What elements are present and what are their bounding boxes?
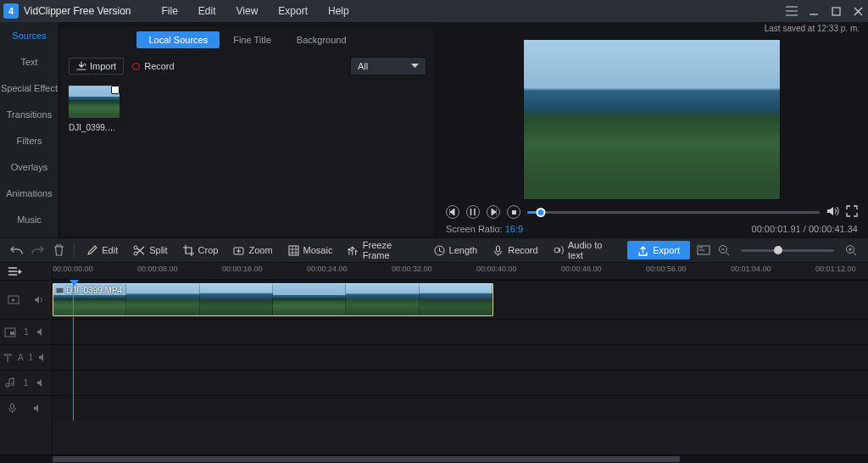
menu-export[interactable]: Export [268,0,318,22]
stop-button[interactable] [507,205,520,219]
media-item[interactable]: DJI_0399.M... [69,86,120,132]
track-head-audio[interactable]: 1 [0,370,52,395]
track-head-text[interactable]: A 1 [0,344,52,370]
audio-track[interactable] [53,370,868,395]
menu-view[interactable]: View [226,0,269,22]
timeline-body: 00:00:00.0000:00:08.0000:00:16.0000:00:2… [53,263,868,455]
rail-text[interactable]: Text [0,48,58,75]
zoom-icon [233,245,244,256]
maximize-icon[interactable] [829,4,843,18]
fullscreen-icon[interactable] [846,205,858,219]
track-head-pip[interactable]: 1 [0,319,52,344]
playhead[interactable] [73,280,74,421]
freeze-frame-button[interactable]: Freeze Frame [342,241,423,259]
timeline-ruler[interactable]: 00:00:00.0000:00:08.0000:00:16.0000:00:2… [53,263,868,280]
crop-button[interactable]: Crop [178,241,224,259]
menu-edit[interactable]: Edit [188,0,226,22]
tab-local-sources[interactable]: Local Sources [136,31,220,48]
hamburger-icon[interactable] [785,4,798,18]
zoom-out-button[interactable] [715,242,732,259]
prev-button[interactable] [446,205,459,219]
delete-button[interactable] [51,242,67,259]
ruler-label: 00:00:48.00 [561,265,602,273]
svg-rect-1 [512,210,516,215]
ruler-label: 00:00:08.00 [137,265,178,273]
close-icon[interactable] [851,4,865,18]
record-label: Record [144,61,174,71]
redo-button[interactable] [30,242,46,259]
rail-music[interactable]: Music [0,206,58,232]
ruler-label: 00:00:24.00 [307,265,348,273]
screen-ratio: Screen Ratio: 16:9 [446,224,523,234]
screen-ratio-value: 16:9 [505,224,523,234]
record-button[interactable]: Record [132,61,174,71]
filter-value: All [358,61,368,71]
video-track[interactable]: DJI_0399.MP4 [53,280,868,319]
svg-point-15 [11,382,14,385]
time-current: 00:00:01.91 [752,224,801,234]
length-button[interactable]: Length [429,241,483,259]
minimize-icon[interactable] [807,4,821,18]
tab-background[interactable]: Background [285,31,359,48]
export-label: Export [653,245,680,255]
rail-animations[interactable]: Animations [0,180,58,206]
horizontal-scrollbar[interactable] [0,455,868,463]
voice-track[interactable] [53,395,868,421]
menu-bar: File Edit View Export Help [152,0,359,22]
rail-transitions[interactable]: Transitions [0,101,58,127]
rail-special-effect[interactable]: Special Effect [0,75,58,101]
zoom-button[interactable]: Zoom [228,241,277,259]
rail-sources[interactable]: Sources [0,22,58,48]
menu-file[interactable]: File [152,0,188,22]
music-track-icon [4,377,15,388]
svg-point-8 [554,248,559,253]
audio-text-icon [554,245,564,256]
pip-track[interactable] [53,319,868,344]
mosaic-button[interactable]: Mosaic [283,241,338,259]
volume-icon[interactable] [826,205,839,219]
edit-icon [86,245,97,256]
freeze-label: Freeze Frame [363,240,419,260]
menu-help[interactable]: Help [318,0,359,22]
timeline-clip[interactable]: DJI_0399.MP4 [53,283,493,316]
source-filter-dropdown[interactable]: All [350,57,426,75]
play-pause-button[interactable] [466,205,480,219]
import-button[interactable]: Import [69,58,124,75]
media-label: DJI_0399.M... [69,123,120,132]
toolbar-record-button[interactable]: Record [487,241,542,259]
undo-button[interactable] [8,242,25,259]
ruler-label: 00:00:16.00 [222,265,263,273]
split-label: Split [149,245,167,255]
ruler-label: 00:01:12.00 [815,265,856,273]
rail-overlays[interactable]: Overlays [0,153,58,180]
rail-filters[interactable]: Filters [0,127,58,153]
audio-to-text-button[interactable]: Audio to text [548,241,623,259]
track-head-voice[interactable] [0,395,52,421]
mosaic-label: Mosaic [303,245,333,255]
scrollbar-thumb[interactable] [53,456,680,462]
next-button[interactable] [487,205,500,219]
export-button[interactable]: Export [627,241,690,259]
zoom-slider[interactable] [741,249,834,252]
svg-rect-0 [832,8,840,15]
preview-canvas[interactable] [523,39,781,200]
voice-track-icon [8,403,17,414]
add-track-icon[interactable] [7,263,24,280]
tab-fine-title[interactable]: Fine Title [221,31,283,48]
preview-area: Last saved at 12:33 p. m. Screen Rati [436,22,868,237]
video-track-icon [8,294,19,305]
crop-label: Crop [198,245,219,255]
text-track[interactable] [53,344,868,370]
seek-slider[interactable] [527,205,820,219]
media-thumbnail [69,86,120,118]
edit-button[interactable]: Edit [81,241,123,259]
fit-button[interactable] [695,242,712,259]
split-button[interactable]: Split [128,241,172,259]
speaker-icon [36,327,47,337]
track-number: 1 [29,353,34,362]
audio-text-label: Audio to text [568,240,617,260]
app-logo-icon: 4 [3,3,19,19]
import-label: Import [90,61,116,71]
zoom-in-button[interactable] [843,242,860,259]
track-head-video[interactable] [0,280,52,319]
